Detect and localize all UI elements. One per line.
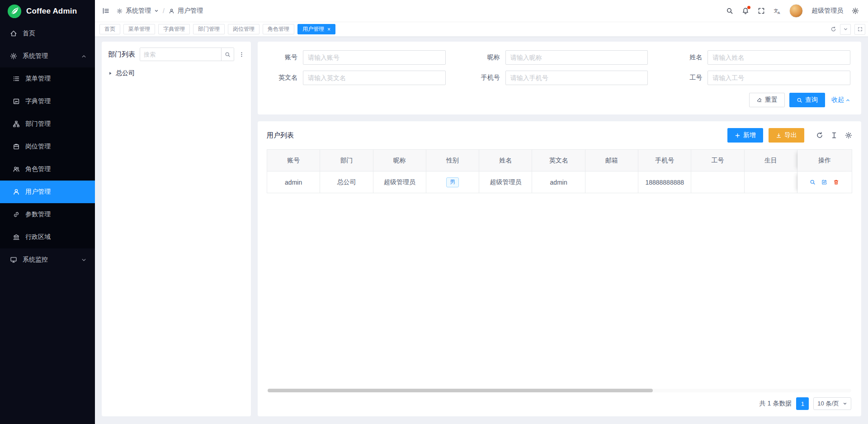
- pagination-total: 共 1 条数据: [760, 400, 792, 408]
- col-email: 邮箱: [585, 150, 638, 172]
- sidebar-item-label: 用户管理: [25, 188, 51, 196]
- sidebar-subitem-post-management[interactable]: 岗位管理: [0, 135, 95, 158]
- sidebar-item-system-management[interactable]: 系统管理: [0, 45, 95, 67]
- chevron-down-icon: [154, 9, 159, 13]
- field-label: 姓名: [673, 53, 702, 62]
- tab-home[interactable]: 首页: [99, 24, 120, 34]
- field-english-name: 英文名: [269, 71, 446, 85]
- account-input[interactable]: [303, 50, 446, 65]
- collapse-filter-link[interactable]: 收起: [831, 96, 850, 104]
- col-nickname: 昵称: [373, 150, 426, 172]
- field-label: 昵称: [471, 53, 500, 62]
- content-fullscreen-icon[interactable]: [854, 24, 865, 35]
- user-icon: [13, 188, 20, 195]
- tab-options-chevron-icon[interactable]: [840, 24, 851, 35]
- department-search-input[interactable]: [140, 48, 221, 61]
- delete-row-icon[interactable]: [833, 179, 839, 185]
- page-content: 部门列表 总公司 账号: [95, 37, 868, 424]
- sidebar-subitem-dict-management[interactable]: 字典管理: [0, 90, 95, 113]
- chevron-up-icon: [845, 98, 850, 103]
- field-label: 手机号: [471, 74, 500, 82]
- sidebar-subitem-user-management[interactable]: 用户管理: [0, 181, 95, 203]
- sidebar-subitem-dept-management[interactable]: 部门管理: [0, 113, 95, 135]
- sidebar-item-home[interactable]: 首页: [0, 22, 95, 45]
- query-button[interactable]: 查询: [789, 93, 825, 107]
- view-row-icon[interactable]: [810, 179, 816, 185]
- page-size-select[interactable]: 10 条/页: [813, 397, 851, 410]
- name-input[interactable]: [708, 50, 850, 65]
- tab-post-management[interactable]: 岗位管理: [228, 24, 259, 34]
- english-name-input[interactable]: [303, 71, 446, 85]
- home-icon: [10, 30, 17, 37]
- more-vertical-icon[interactable]: [239, 52, 245, 57]
- app-logo[interactable]: Coffee Admin: [0, 0, 95, 22]
- add-user-label: 新增: [743, 131, 756, 139]
- breadcrumb-section[interactable]: 系统管理: [126, 7, 151, 15]
- col-name: 姓名: [479, 150, 532, 172]
- refresh-icon[interactable]: [816, 132, 823, 139]
- add-user-button[interactable]: 新增: [727, 128, 763, 143]
- current-user-name[interactable]: 超级管理员: [811, 7, 843, 15]
- horizontal-scrollbar-thumb[interactable]: [268, 389, 653, 392]
- link-icon: [13, 211, 20, 218]
- phone-input[interactable]: [505, 71, 648, 85]
- tree-node-root[interactable]: 总公司: [108, 68, 245, 78]
- reset-button[interactable]: 重置: [749, 93, 785, 107]
- fullscreen-icon[interactable]: [758, 7, 765, 14]
- col-gender: 性别: [426, 150, 479, 172]
- sidebar-item-label: 参数管理: [25, 210, 51, 219]
- sidebar-submenu-system: 菜单管理 字典管理 部门管理 岗位管理 角色管理 用户管理: [0, 67, 95, 248]
- org-tree-icon: [13, 120, 20, 128]
- sidebar-subitem-role-management[interactable]: 角色管理: [0, 158, 95, 181]
- refresh-icon[interactable]: [830, 26, 836, 32]
- tab-dept-management[interactable]: 部门管理: [193, 24, 225, 34]
- row-height-icon[interactable]: [830, 132, 838, 139]
- cell-department: 总公司: [320, 172, 373, 193]
- sidebar-item-label: 部门管理: [25, 120, 51, 128]
- translate-icon[interactable]: 文A: [774, 7, 781, 14]
- tab-label: 角色管理: [268, 25, 289, 33]
- app-title: Coffee Admin: [26, 7, 77, 16]
- caret-right-icon[interactable]: [108, 71, 113, 76]
- work-no-input[interactable]: [708, 71, 850, 85]
- breadcrumb: 系统管理 / 用户管理: [117, 7, 203, 15]
- col-actions: 操作: [797, 150, 852, 172]
- sidebar-item-system-monitor[interactable]: 系统监控: [0, 248, 95, 271]
- export-button[interactable]: 导出: [769, 128, 804, 143]
- nickname-input[interactable]: [505, 50, 648, 65]
- search-icon[interactable]: [726, 7, 733, 14]
- settings-gear-icon[interactable]: [852, 7, 859, 14]
- page-number-button[interactable]: 1: [796, 397, 809, 410]
- gear-icon: [10, 52, 17, 60]
- field-work-no: 工号: [673, 71, 850, 85]
- department-panel: 部门列表 总公司: [102, 42, 251, 416]
- tab-close-icon[interactable]: ×: [327, 27, 330, 32]
- page-size-value: 10 条/页: [817, 400, 839, 408]
- collapse-sidebar-icon[interactable]: [102, 7, 109, 14]
- cell-email: [585, 172, 638, 193]
- cell-english-name: admin: [532, 172, 585, 193]
- col-english-name: 英文名: [532, 150, 585, 172]
- sidebar-subitem-menu-management[interactable]: 菜单管理: [0, 67, 95, 90]
- tab-menu-management[interactable]: 菜单管理: [123, 24, 155, 34]
- tree-node-label[interactable]: 总公司: [116, 69, 135, 77]
- avatar[interactable]: [789, 4, 803, 18]
- col-work-no: 工号: [691, 150, 744, 172]
- edit-row-icon[interactable]: [821, 179, 827, 185]
- notification-bell-icon[interactable]: [742, 7, 749, 14]
- column-settings-gear-icon[interactable]: [845, 132, 852, 139]
- department-search-button[interactable]: [221, 48, 234, 61]
- monitor-icon: [10, 256, 17, 263]
- tab-dict-management[interactable]: 字典管理: [158, 24, 190, 34]
- tab-role-management[interactable]: 角色管理: [263, 24, 294, 34]
- sidebar-subitem-admin-region[interactable]: 行政区域: [0, 226, 95, 248]
- chevron-down-icon: [81, 257, 87, 263]
- tab-label: 用户管理: [302, 25, 324, 33]
- eraser-icon: [756, 97, 762, 103]
- gear-icon: [117, 8, 123, 14]
- cell-account: admin: [267, 172, 320, 193]
- tab-user-management[interactable]: 用户管理 ×: [297, 24, 335, 34]
- col-department: 部门: [320, 150, 373, 172]
- sidebar-subitem-param-management[interactable]: 参数管理: [0, 203, 95, 226]
- tab-bar: 首页 菜单管理 字典管理 部门管理 岗位管理 角色管理 用户管理 ×: [95, 22, 868, 37]
